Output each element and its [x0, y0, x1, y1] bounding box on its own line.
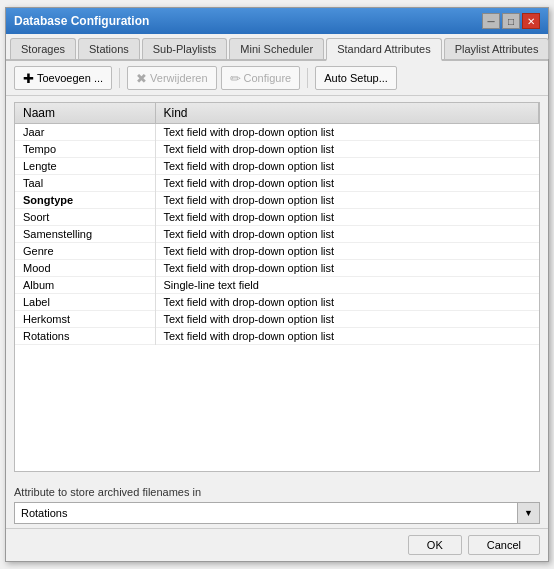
table-row[interactable]: MoodText field with drop-down option lis… — [15, 260, 539, 277]
tab-standard-attributes[interactable]: Standard Attributes — [326, 38, 442, 61]
tab-playlist-attributes[interactable]: Playlist Attributes — [444, 38, 550, 59]
table-row[interactable]: TaalText field with drop-down option lis… — [15, 175, 539, 192]
table-row[interactable]: SongtypeText field with drop-down option… — [15, 192, 539, 209]
minimize-button[interactable]: ─ — [482, 13, 500, 29]
cell-naam: Herkomst — [15, 311, 155, 328]
add-button[interactable]: ✚ Toevoegen ... — [14, 66, 112, 90]
table-row[interactable]: SoortText field with drop-down option li… — [15, 209, 539, 226]
main-window: Database Configuration ─ □ ✕ Storages St… — [5, 7, 549, 562]
table-row[interactable]: AlbumSingle-line text field — [15, 277, 539, 294]
maximize-button[interactable]: □ — [502, 13, 520, 29]
window-title: Database Configuration — [14, 14, 149, 28]
cell-kind: Text field with drop-down option list — [155, 175, 539, 192]
tab-storages[interactable]: Storages — [10, 38, 76, 59]
title-controls: ─ □ ✕ — [482, 13, 540, 29]
cell-kind: Text field with drop-down option list — [155, 141, 539, 158]
table-body: JaarText field with drop-down option lis… — [15, 124, 539, 345]
cell-naam: Label — [15, 294, 155, 311]
ok-button[interactable]: OK — [408, 535, 462, 555]
cell-kind: Text field with drop-down option list — [155, 260, 539, 277]
toolbar: ✚ Toevoegen ... ✖ Verwijderen ✏ Configur… — [6, 61, 548, 96]
table-row[interactable]: LabelText field with drop-down option li… — [15, 294, 539, 311]
cell-kind: Single-line text field — [155, 277, 539, 294]
col-naam: Naam — [15, 103, 155, 124]
table-row[interactable]: TempoText field with drop-down option li… — [15, 141, 539, 158]
archive-attribute-dropdown[interactable]: RotationsGenreMoodAlbum — [14, 502, 518, 524]
table-row[interactable]: LengteText field with drop-down option l… — [15, 158, 539, 175]
cell-naam: Album — [15, 277, 155, 294]
dropdown-row: RotationsGenreMoodAlbum ▼ — [14, 502, 540, 524]
configure-button[interactable]: ✏ Configure — [221, 66, 301, 90]
attributes-table: Naam Kind JaarText field with drop-down … — [15, 103, 539, 345]
cell-kind: Text field with drop-down option list — [155, 209, 539, 226]
auto-setup-button[interactable]: Auto Setup... — [315, 66, 397, 90]
cell-naam: Rotations — [15, 328, 155, 345]
add-label: Toevoegen ... — [37, 72, 103, 84]
tab-stations[interactable]: Stations — [78, 38, 140, 59]
cell-kind: Text field with drop-down option list — [155, 226, 539, 243]
cell-kind: Text field with drop-down option list — [155, 192, 539, 209]
cell-naam: Mood — [15, 260, 155, 277]
table-row[interactable]: RotationsText field with drop-down optio… — [15, 328, 539, 345]
footer-label: Attribute to store archived filenames in — [14, 486, 540, 498]
cell-naam: Genre — [15, 243, 155, 260]
cell-naam: Taal — [15, 175, 155, 192]
attributes-table-container[interactable]: Naam Kind JaarText field with drop-down … — [14, 102, 540, 472]
table-row[interactable]: GenreText field with drop-down option li… — [15, 243, 539, 260]
add-icon: ✚ — [23, 71, 34, 86]
remove-button[interactable]: ✖ Verwijderen — [127, 66, 216, 90]
cell-naam: Samenstelling — [15, 226, 155, 243]
cell-kind: Text field with drop-down option list — [155, 158, 539, 175]
tab-strip: Storages Stations Sub-Playlists Mini Sch… — [6, 34, 548, 61]
cell-naam: Jaar — [15, 124, 155, 141]
bottom-bar: OK Cancel — [6, 528, 548, 561]
tab-sub-playlists[interactable]: Sub-Playlists — [142, 38, 228, 59]
close-button[interactable]: ✕ — [522, 13, 540, 29]
cell-naam: Soort — [15, 209, 155, 226]
title-bar: Database Configuration ─ □ ✕ — [6, 8, 548, 34]
table-row[interactable]: HerkomstText field with drop-down option… — [15, 311, 539, 328]
footer: Attribute to store archived filenames in… — [6, 478, 548, 528]
cell-kind: Text field with drop-down option list — [155, 243, 539, 260]
auto-setup-label: Auto Setup... — [324, 72, 388, 84]
cell-naam: Lengte — [15, 158, 155, 175]
cell-kind: Text field with drop-down option list — [155, 124, 539, 141]
content-area: Naam Kind JaarText field with drop-down … — [6, 96, 548, 478]
configure-icon: ✏ — [230, 71, 241, 86]
table-header-row: Naam Kind — [15, 103, 539, 124]
toolbar-separator-2 — [307, 68, 308, 88]
col-kind: Kind — [155, 103, 539, 124]
remove-icon: ✖ — [136, 71, 147, 86]
cell-naam: Tempo — [15, 141, 155, 158]
cancel-button[interactable]: Cancel — [468, 535, 540, 555]
table-row[interactable]: SamenstellingText field with drop-down o… — [15, 226, 539, 243]
configure-label: Configure — [244, 72, 292, 84]
cell-naam: Songtype — [15, 192, 155, 209]
cell-kind: Text field with drop-down option list — [155, 294, 539, 311]
toolbar-separator-1 — [119, 68, 120, 88]
tab-mini-scheduler[interactable]: Mini Scheduler — [229, 38, 324, 59]
table-row[interactable]: JaarText field with drop-down option lis… — [15, 124, 539, 141]
cell-kind: Text field with drop-down option list — [155, 311, 539, 328]
remove-label: Verwijderen — [150, 72, 207, 84]
cell-kind: Text field with drop-down option list — [155, 328, 539, 345]
dropdown-arrow[interactable]: ▼ — [518, 502, 540, 524]
